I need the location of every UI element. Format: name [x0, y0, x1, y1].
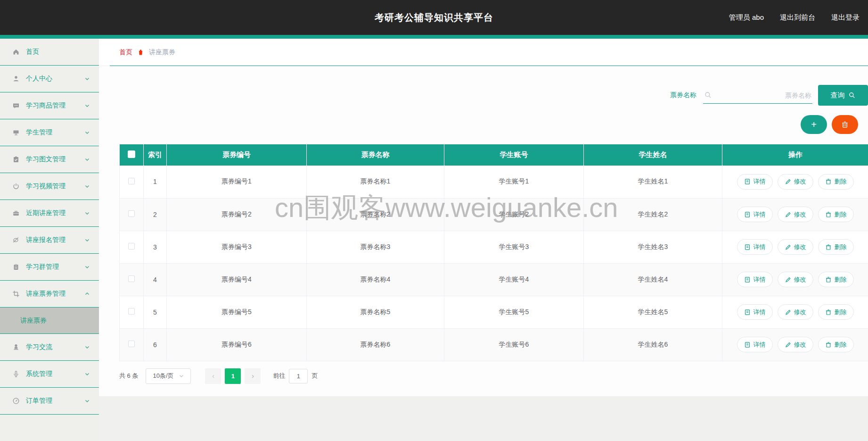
row-checkbox[interactable] [128, 243, 135, 250]
cell-index: 3 [144, 231, 167, 263]
detail-button-label: 详情 [753, 210, 766, 219]
document-icon [744, 341, 751, 348]
admin-app: 考研考公辅导知识共享平台 管理员 abo 退出到前台 退出登录 首页 个人中心 … [0, 0, 868, 441]
sidebar-item-system-mgmt[interactable]: 系统管理 [0, 361, 99, 388]
edit-button[interactable]: 修改 [778, 174, 813, 190]
batch-delete-button[interactable] [832, 115, 858, 134]
row-checkbox[interactable] [128, 341, 135, 347]
admin-user-link[interactable]: 管理员 abo [729, 13, 764, 22]
breadcrumb-home-link[interactable]: 首页 [119, 48, 132, 57]
sidebar-item-student-mgmt[interactable]: 学生管理 [0, 119, 99, 146]
detail-button[interactable]: 详情 [737, 337, 773, 352]
ticket-table: 索引 票券编号 票券名称 学生账号 学生姓名 操作 1票券编号1票券名称1学生账… [119, 144, 868, 361]
cell-student: 学生姓名4 [584, 263, 722, 296]
next-page-button[interactable]: › [245, 368, 261, 384]
table-row: 6票券编号6票券名称6学生账号6学生姓名6详情修改删除 [120, 328, 868, 361]
sidebar-item-home[interactable]: 首页 [0, 39, 99, 66]
pen-icon [785, 276, 791, 283]
sidebar-item-lecture-signup[interactable]: 讲座报名管理 [0, 227, 99, 254]
sidebar-item-study-video[interactable]: 学习视频管理 [0, 173, 99, 200]
row-checkbox[interactable] [128, 178, 135, 184]
page-size-select[interactable]: 10条/页 [146, 368, 191, 384]
select-all-checkbox[interactable] [128, 150, 135, 158]
cell-code: 票券编号6 [167, 328, 307, 361]
column-header-account: 学生账号 [444, 144, 584, 166]
edit-button-label: 修改 [794, 177, 806, 186]
detail-button-label: 详情 [753, 275, 766, 284]
cell-name: 票券名称6 [307, 328, 444, 361]
detail-button[interactable]: 详情 [737, 174, 773, 190]
sidebar-item-label: 学习图文管理 [26, 155, 66, 164]
edit-button[interactable]: 修改 [778, 337, 813, 352]
detail-button[interactable]: 详情 [737, 272, 773, 287]
search-input[interactable] [712, 92, 811, 99]
table-row: 3票券编号3票券名称3学生账号3学生姓名3详情修改删除 [120, 231, 868, 263]
delete-button[interactable]: 删除 [818, 174, 854, 190]
cell-ops: 详情修改删除 [722, 231, 868, 263]
edit-button[interactable]: 修改 [778, 304, 813, 320]
page-number-button[interactable]: 1 [225, 368, 241, 384]
briefcase-icon [12, 209, 20, 217]
prev-page-button[interactable]: ‹ [205, 368, 221, 384]
sidebar-item-study-article[interactable]: 学习图文管理 [0, 146, 99, 173]
row-select-cell [120, 231, 144, 263]
delete-button[interactable]: 删除 [818, 304, 854, 320]
goto-page-input[interactable] [289, 369, 308, 383]
sidebar-item-personal-center[interactable]: 个人中心 [0, 66, 99, 92]
trash-icon [825, 309, 832, 316]
document-icon [744, 309, 751, 316]
comment-icon [12, 102, 20, 110]
delete-button[interactable]: 删除 [818, 337, 854, 352]
cell-index: 1 [144, 166, 167, 198]
add-button[interactable]: + [801, 115, 827, 134]
sidebar-item-recent-lecture[interactable]: 近期讲座管理 [0, 200, 99, 227]
cell-student: 学生姓名2 [584, 198, 722, 231]
delete-button[interactable]: 删除 [818, 207, 854, 222]
query-button[interactable]: 查询 [818, 85, 868, 106]
detail-button-label: 详情 [753, 243, 766, 251]
header-select-all-cell [120, 144, 144, 166]
detail-button[interactable]: 详情 [737, 207, 773, 222]
delete-button[interactable]: 删除 [818, 239, 854, 255]
sidebar-item-label: 讲座票券管理 [26, 290, 66, 298]
sidebar-item-order-mgmt[interactable]: 订单管理 [0, 388, 99, 415]
exit-to-front-link[interactable]: 退出到前台 [780, 13, 815, 22]
sidebar-subitem-lecture-ticket[interactable]: 讲座票券 [0, 308, 99, 334]
row-checkbox[interactable] [128, 308, 135, 315]
search-field-label: 票券名称 [670, 91, 696, 100]
cell-code: 票券编号1 [167, 166, 307, 198]
cell-ops: 详情修改删除 [722, 296, 868, 328]
chevron-down-icon [84, 75, 90, 82]
goto-label: 前往 [273, 372, 285, 380]
sidebar-item-label: 学生管理 [26, 128, 52, 137]
table-row: 5票券编号5票券名称5学生账号5学生姓名5详情修改删除 [120, 296, 868, 328]
cell-index: 4 [144, 263, 167, 296]
trash-icon [825, 244, 832, 250]
pagination-total: 共 6 条 [119, 372, 138, 380]
chevron-down-icon [84, 237, 90, 243]
sidebar-item-study-group[interactable]: 学习群管理 [0, 254, 99, 281]
clipboard-check-icon [12, 156, 20, 164]
detail-button[interactable]: 详情 [737, 239, 773, 255]
sidebar-item-label: 近期讲座管理 [26, 209, 66, 217]
search-toolbar: 票券名称 查询 [119, 85, 868, 106]
cell-account: 学生账号5 [444, 296, 584, 328]
column-header-name: 票券名称 [307, 144, 444, 166]
delete-button[interactable]: 删除 [818, 272, 854, 287]
cell-account: 学生账号1 [444, 166, 584, 198]
edit-button[interactable]: 修改 [778, 239, 813, 255]
edit-button[interactable]: 修改 [778, 272, 813, 287]
sidebar-item-study-goods[interactable]: 学习商品管理 [0, 92, 99, 119]
pen-icon [12, 236, 20, 244]
sidebar-item-study-exchange[interactable]: 学习交流 [0, 334, 99, 361]
row-checkbox[interactable] [128, 210, 135, 217]
user-icon [12, 75, 20, 83]
chevron-up-icon [84, 291, 90, 297]
detail-button-label: 详情 [753, 177, 766, 186]
detail-button[interactable]: 详情 [737, 304, 773, 320]
row-checkbox[interactable] [128, 275, 135, 282]
sidebar-item-lecture-ticket-mgmt[interactable]: 讲座票券管理 [0, 281, 99, 308]
edit-button[interactable]: 修改 [778, 207, 813, 222]
logout-link[interactable]: 退出登录 [831, 13, 860, 22]
table-row: 4票券编号4票券名称4学生账号4学生姓名4详情修改删除 [120, 263, 868, 296]
